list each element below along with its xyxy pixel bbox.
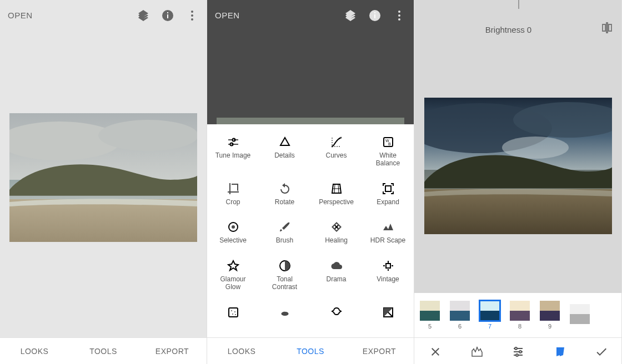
panel-adjust: Brightness 0 56789: [414, 0, 622, 364]
tool-expand[interactable]: Expand: [362, 182, 414, 206]
open-button[interactable]: OPEN: [215, 11, 240, 20]
tool-label: Crop: [225, 199, 240, 206]
param-readout: Brightness 0: [422, 25, 595, 34]
photo-preview: [9, 113, 197, 242]
swatch-number: 6: [458, 323, 462, 330]
preset-swatch[interactable]: 9: [540, 301, 560, 330]
swatch-thumb: [480, 301, 500, 321]
tool-label: Healing: [325, 237, 348, 245]
tool-retro[interactable]: [259, 306, 310, 322]
tool-label: Drama: [326, 276, 346, 284]
tool-wb[interactable]: White Balance: [362, 135, 414, 168]
tools-sheet: Tune ImageDetailsCurvesWhite BalanceCrop…: [207, 124, 414, 337]
open-button[interactable]: OPEN: [8, 11, 33, 20]
swatch-number: 8: [518, 323, 521, 330]
info-icon[interactable]: [160, 8, 174, 22]
tool-label: Vintage: [377, 276, 399, 284]
panel-tools: OPEN Tune ImageDetailsCurvesWhite Balanc…: [207, 0, 414, 364]
tool-grunge[interactable]: [310, 306, 362, 322]
tool-label: Perspective: [319, 199, 354, 206]
tab-tools[interactable]: TOOLS: [69, 338, 138, 364]
layers-icon[interactable]: [343, 8, 357, 22]
tab-tools[interactable]: TOOLS: [276, 338, 345, 364]
header: OPEN: [0, 0, 207, 30]
preset-swatch[interactable]: 5: [420, 301, 440, 330]
tool-label: Selective: [219, 237, 247, 245]
tool-hdr[interactable]: HDR Scape: [362, 220, 414, 245]
svg-point-38: [502, 136, 569, 159]
swatch-number: 7: [488, 323, 491, 330]
tool-tune[interactable]: Tune Image: [207, 135, 259, 168]
swatch-thumb: [570, 304, 590, 324]
tool-details[interactable]: Details: [259, 135, 310, 168]
layers-icon[interactable]: [136, 8, 150, 22]
action-bar: [414, 337, 621, 364]
info-icon[interactable]: [367, 8, 382, 22]
swatch-number: 9: [548, 323, 551, 330]
tool-curves[interactable]: Curves: [310, 135, 362, 168]
sliders-button[interactable]: [497, 338, 539, 364]
tab-export[interactable]: EXPORT: [138, 338, 207, 364]
tool-label: Details: [274, 152, 295, 160]
tab-export[interactable]: EXPORT: [345, 338, 414, 364]
tool-perspective[interactable]: Perspective: [310, 182, 362, 206]
svg-rect-40: [424, 189, 612, 234]
swatch-thumb: [540, 301, 560, 321]
preset-swatch[interactable]: [570, 304, 590, 326]
tool-label: Rotate: [275, 199, 294, 206]
compare-icon[interactable]: [600, 21, 614, 34]
preset-swatch[interactable]: 7: [480, 301, 500, 330]
tool-label: HDR Scape: [370, 237, 405, 245]
tab-looks[interactable]: LOOKS: [0, 338, 69, 364]
more-icon[interactable]: [184, 8, 199, 22]
tool-vintage[interactable]: Vintage: [362, 259, 414, 291]
tool-grainy[interactable]: [207, 306, 259, 322]
photo-preview: [424, 98, 612, 234]
bottom-tabs: LOOKS TOOLS EXPORT: [207, 337, 414, 364]
image-canvas-dim: [207, 30, 414, 124]
tool-label: Tune Image: [215, 152, 251, 160]
preset-strip[interactable]: 56789: [414, 293, 621, 337]
tool-label: Brush: [276, 237, 293, 245]
histogram-button[interactable]: [456, 338, 498, 364]
tool-label: Tonal Contrast: [265, 276, 304, 291]
tool-label: White Balance: [369, 152, 408, 168]
tool-label: Expand: [377, 199, 399, 206]
apply-button[interactable]: [580, 338, 621, 364]
tool-healing[interactable]: Healing: [310, 220, 362, 245]
image-canvas[interactable]: [414, 39, 621, 293]
tool-selective[interactable]: Selective: [207, 220, 259, 245]
tool-tonal[interactable]: Tonal Contrast: [259, 259, 310, 291]
tool-label: Curves: [325, 152, 347, 160]
preset-swatch[interactable]: 8: [510, 301, 530, 330]
svg-rect-34: [9, 199, 197, 242]
adjust-header: Brightness 0: [414, 0, 621, 39]
bottom-tabs: LOOKS TOOLS EXPORT: [0, 337, 207, 364]
swatch-thumb: [420, 301, 440, 321]
image-canvas[interactable]: [0, 30, 207, 337]
preset-swatch[interactable]: 6: [450, 301, 470, 330]
panel-main: OPEN LOOKS TOOLS EXPORT: [0, 0, 207, 364]
tool-rotate[interactable]: Rotate: [259, 182, 310, 206]
tool-crop[interactable]: Crop: [207, 182, 259, 206]
svg-point-32: [98, 120, 197, 151]
slider-origin-tick: [518, 0, 519, 9]
tool-glamour[interactable]: Glamour Glow: [207, 259, 259, 291]
styles-button[interactable]: [539, 338, 580, 364]
tool-drama[interactable]: Drama: [310, 259, 362, 291]
header-dim: OPEN: [207, 0, 414, 30]
tool-brush[interactable]: Brush: [259, 220, 310, 245]
swatch-thumb: [450, 301, 470, 321]
tool-label: Glamour Glow: [214, 276, 253, 291]
swatch-number: 5: [428, 323, 432, 330]
tool-bw[interactable]: [362, 306, 414, 322]
cancel-button[interactable]: [414, 338, 456, 364]
swatch-thumb: [510, 301, 530, 321]
more-icon[interactable]: [392, 8, 406, 22]
tab-looks[interactable]: LOOKS: [207, 338, 276, 364]
